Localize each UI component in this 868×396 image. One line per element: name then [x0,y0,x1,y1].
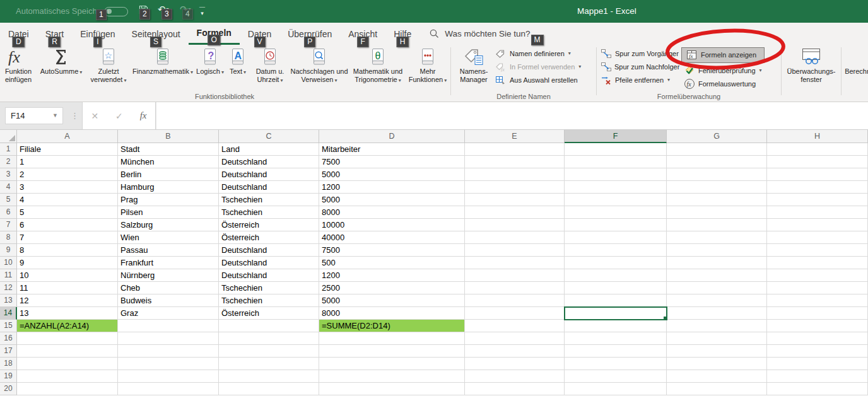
cell-F20[interactable] [565,383,667,395]
cell-C4[interactable]: Deutschland [219,181,319,194]
cell-B12[interactable]: Cheb [118,282,219,294]
cell-B1[interactable]: Stadt [118,143,219,156]
cell-B13[interactable]: Budweis [118,294,219,307]
button-überwachungs-fenster[interactable]: Überwachungs- fenster [784,45,838,90]
cell-D5[interactable]: 5000 [319,194,465,206]
cell-F15[interactable] [565,320,667,332]
cell-F12[interactable] [565,282,667,294]
cell-B11[interactable]: Nürnberg [118,269,219,282]
row-header-18[interactable]: 18 [0,358,17,370]
cell-C20[interactable] [219,383,319,395]
cell-H17[interactable] [767,345,868,358]
cell-G10[interactable] [667,257,767,269]
cell-E19[interactable] [465,370,565,383]
cell-G19[interactable] [667,370,767,383]
cell-A15[interactable]: =ANZAHL(A2:A14) [17,320,118,332]
cell-H4[interactable] [767,181,868,194]
cell-H15[interactable] [767,320,868,332]
cell-G9[interactable] [667,244,767,257]
cell-G8[interactable] [667,231,767,244]
cell-D13[interactable]: 5000 [319,294,465,307]
button-mehr-funktionen[interactable]: Mehr Funktionen▾ [408,45,448,90]
row-header-11[interactable]: 11 [0,269,17,282]
cell-E3[interactable] [465,168,565,181]
cell-C3[interactable]: Deutschland [219,168,319,181]
cell-C5[interactable]: Tschechien [219,194,319,206]
cell-D8[interactable]: 40000 [319,231,465,244]
cell-A6[interactable]: 5 [17,206,118,219]
cell-H14[interactable] [767,307,868,320]
cell-H11[interactable] [767,269,868,282]
cell-F5[interactable] [565,194,667,206]
button-finanzmathematik[interactable]: Finanzmathematik▾ [131,45,194,90]
cell-C13[interactable]: Tschechien [219,294,319,307]
cell-E14[interactable] [465,307,565,320]
cell-A5[interactable]: 4 [17,194,118,206]
cell-A1[interactable]: Filiale [17,143,118,156]
row-header-13[interactable]: 13 [0,294,17,307]
cell-C1[interactable]: Land [219,143,319,156]
cell-C10[interactable]: Deutschland [219,257,319,269]
cell-D20[interactable] [319,383,465,395]
cell-G4[interactable] [667,181,767,194]
cell-D10[interactable]: 500 [319,257,465,269]
cell-E4[interactable] [465,181,565,194]
cell-B3[interactable]: Berlin [118,168,219,181]
cell-C8[interactable]: Österreich [219,231,319,244]
button-in-formel-verwenden[interactable]: fxIn Formel verwenden▾ [493,60,584,73]
cell-H2[interactable] [767,156,868,168]
cell-G6[interactable] [667,206,767,219]
button-aus-auswahl-erstellen[interactable]: Aus Auswahl erstellen [493,73,584,86]
cell-F14[interactable] [565,307,667,320]
row-header-10[interactable]: 10 [0,257,17,269]
cell-F16[interactable] [565,332,667,345]
cell-H7[interactable] [767,219,868,231]
cell-E12[interactable] [465,282,565,294]
tab-daten[interactable]: DatenV [240,23,279,45]
cell-F4[interactable] [565,181,667,194]
cell-B10[interactable]: Frankfurt [118,257,219,269]
cell-E8[interactable] [465,231,565,244]
cell-B16[interactable] [118,332,219,345]
cell-H19[interactable] [767,370,868,383]
cell-C19[interactable] [219,370,319,383]
cell-E17[interactable] [465,345,565,358]
cell-G16[interactable] [667,332,767,345]
cell-G13[interactable] [667,294,767,307]
cell-B19[interactable] [118,370,219,383]
cell-A8[interactable]: 7 [17,231,118,244]
cell-G11[interactable] [667,269,767,282]
cell-G1[interactable] [667,143,767,156]
cell-D15[interactable]: =SUMME(D2:D14) [319,320,465,332]
cell-A10[interactable]: 9 [17,257,118,269]
cell-A4[interactable]: 3 [17,181,118,194]
cell-C17[interactable] [219,345,319,358]
column-header-H[interactable]: H [767,130,868,143]
cell-G7[interactable] [667,219,767,231]
cell-E18[interactable] [465,358,565,370]
cell-B20[interactable] [118,383,219,395]
row-header-4[interactable]: 4 [0,181,17,194]
qat-customize-button[interactable]: —▾ [199,4,205,16]
cell-G12[interactable] [667,282,767,294]
cell-E5[interactable] [465,194,565,206]
cell-E20[interactable] [465,383,565,395]
cell-F1[interactable] [565,143,667,156]
row-header-17[interactable]: 17 [0,345,17,358]
cell-F18[interactable] [565,358,667,370]
tab-hilfe[interactable]: HilfeH [385,23,419,45]
row-header-7[interactable]: 7 [0,219,17,231]
row-header-20[interactable]: 20 [0,383,17,395]
tab-seitenlayout[interactable]: SeitenlayoutS [124,23,189,45]
button-mathematik-und-trigonometrie[interactable]: θMathematik und Trigonometrie▾ [348,45,408,90]
cell-G2[interactable] [667,156,767,168]
cell-D2[interactable]: 7500 [319,156,465,168]
row-header-16[interactable]: 16 [0,332,17,345]
button-zuletzt-verwendet[interactable]: ☆Zuletzt verwendet▾ [86,45,131,90]
name-box-dropdown-arrow-icon[interactable]: ▼ [52,108,58,124]
cell-G5[interactable] [667,194,767,206]
tab-start[interactable]: StartR [37,23,73,45]
cell-H16[interactable] [767,332,868,345]
button-fehlerüberprüfung[interactable]: Fehlerüberprüfung▾ [681,64,765,78]
cell-D17[interactable] [319,345,465,358]
